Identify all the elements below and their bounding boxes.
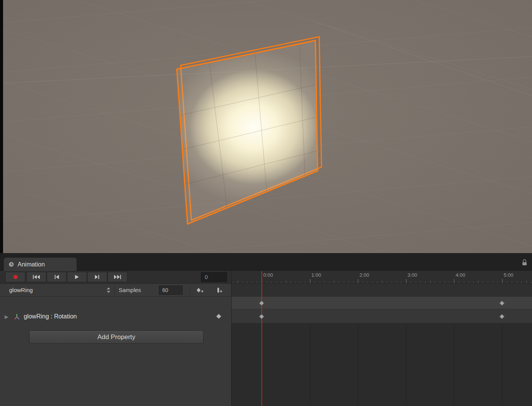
go-to-start-icon [33,274,40,279]
ruler-tick [454,279,454,283]
play-button[interactable] [67,272,87,282]
scene-view[interactable] [0,0,532,253]
ruler-tick [363,282,363,283]
ruler-tick [512,282,512,283]
ruler-tick [334,281,334,283]
ruler-tick [377,282,377,283]
timeline-ruler[interactable]: 0:001:002:003:004:005:00 [232,271,532,283]
separator [190,286,190,294]
play-icon [74,274,80,279]
dopesheet-background[interactable] [232,323,532,406]
ruler-tick [387,282,387,283]
go-to-start-button[interactable] [26,272,46,282]
go-to-end-button[interactable] [108,272,127,282]
ruler-tick [358,279,358,283]
playhead[interactable] [261,271,262,406]
keyframe-diamond[interactable] [499,300,504,305]
tab-animation[interactable]: Animation [4,258,77,271]
playback-toolbar: 0 0:001:002:003:004:005:00 [0,271,532,284]
ruler-tick [507,282,508,283]
keyframe-diamond[interactable] [259,314,264,319]
ruler-tick [531,282,531,283]
ruler-tick [353,282,354,283]
previous-keyframe-icon [54,274,60,279]
ruler-tick [243,282,243,283]
add-event-button[interactable] [211,285,228,295]
keyframe-diamond[interactable] [499,314,504,319]
ruler-tick [320,282,320,283]
clip-dropdown[interactable]: glowRing [5,284,112,296]
ruler-tick [295,282,296,283]
ruler-tick [435,282,435,283]
add-property-button[interactable]: Add Property [29,330,204,344]
ruler-tick [310,279,310,283]
current-frame-field[interactable]: 0 [201,272,227,282]
ruler-tick [497,282,498,283]
foldout-arrow-icon[interactable]: ▶ [5,313,8,319]
unity-editor: Animation [0,0,532,406]
ruler-tick [478,281,478,283]
ruler-tick [464,282,464,283]
property-row-rotation[interactable]: ▶ glowRing : Rotation [0,309,532,323]
ruler-tick [392,282,392,283]
ruler-tick [247,282,248,283]
ruler-tick [468,282,469,283]
property-add-key-button[interactable] [217,314,221,319]
separator [114,286,114,294]
ruler-tick [401,282,401,283]
ruler-tick [281,282,281,283]
ruler-tick [367,282,368,283]
ruler-tick [493,282,493,283]
ruler-tick [315,282,315,283]
ruler-tick [406,279,406,283]
ruler-tick [300,282,300,283]
keyframe-diamond[interactable] [259,300,264,305]
ruler-label: 3:00 [408,272,417,278]
ruler-label: 1:00 [312,272,321,278]
samples-field[interactable]: 60 [159,286,183,295]
ruler-tick [339,282,339,283]
dopesheet-summary-row[interactable] [0,297,532,309]
ruler-tick [329,282,330,283]
ruler-tick [276,282,277,283]
go-to-end-icon [114,274,121,279]
ruler-tick [425,282,426,283]
property-label: glowRing : Rotation [24,313,77,320]
ruler-tick [521,282,522,283]
ruler-tick [238,281,238,283]
ruler-label: 2:00 [359,272,369,278]
record-icon [13,275,18,279]
tab-bar: Animation [0,253,532,271]
previous-keyframe-button[interactable] [47,272,67,282]
second-gridline [406,323,406,406]
ruler-label: 4:00 [455,272,465,278]
ruler-tick [372,282,373,283]
next-keyframe-button[interactable] [87,272,107,282]
second-gridline [454,323,454,406]
ruler-tick [502,279,503,283]
animation-window: Animation [0,253,532,406]
clock-icon [8,261,14,267]
ruler-tick [290,282,291,283]
panel-divider[interactable] [231,271,232,406]
lock-icon[interactable] [522,259,527,266]
ruler-label: 0:00 [263,272,273,278]
ruler-tick [252,282,253,283]
record-button[interactable] [5,272,25,282]
add-keyframe-button[interactable] [191,285,209,295]
ruler-tick [517,282,517,283]
ruler-tick [473,282,474,283]
ruler-tick [382,281,382,283]
samples-label: Samples [119,284,141,296]
transform-icon [14,313,20,320]
summary-track[interactable] [232,297,532,309]
ruler-tick [526,281,527,283]
ruler-tick [233,282,233,283]
ruler-tick [271,282,272,283]
second-gridline [310,323,310,406]
ruler-tick [286,281,286,283]
diamond-icon [216,314,221,319]
clip-toolbar: glowRing Samples 60 [0,284,532,297]
ruler-tick [416,282,416,283]
rotation-track[interactable] [232,309,532,323]
